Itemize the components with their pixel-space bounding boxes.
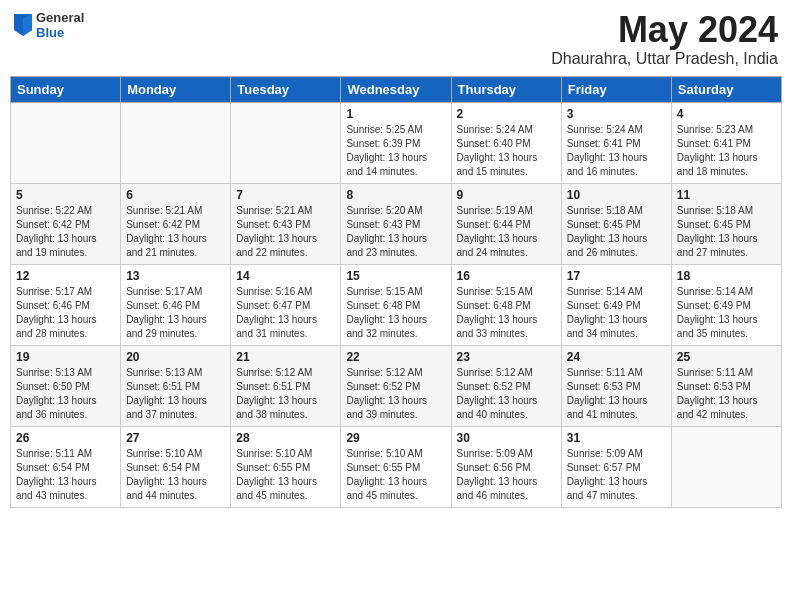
day-info: Sunrise: 5:15 AM Sunset: 6:48 PM Dayligh… bbox=[346, 285, 445, 341]
day-number: 11 bbox=[677, 188, 776, 202]
calendar-cell bbox=[121, 102, 231, 183]
month-title: May 2024 bbox=[551, 10, 778, 50]
calendar-week-row: 19Sunrise: 5:13 AM Sunset: 6:50 PM Dayli… bbox=[11, 345, 782, 426]
day-info: Sunrise: 5:14 AM Sunset: 6:49 PM Dayligh… bbox=[567, 285, 666, 341]
day-number: 4 bbox=[677, 107, 776, 121]
calendar-cell: 7Sunrise: 5:21 AM Sunset: 6:43 PM Daylig… bbox=[231, 183, 341, 264]
weekday-header-friday: Friday bbox=[561, 76, 671, 102]
calendar-cell: 8Sunrise: 5:20 AM Sunset: 6:43 PM Daylig… bbox=[341, 183, 451, 264]
calendar-cell: 9Sunrise: 5:19 AM Sunset: 6:44 PM Daylig… bbox=[451, 183, 561, 264]
day-info: Sunrise: 5:10 AM Sunset: 6:54 PM Dayligh… bbox=[126, 447, 225, 503]
day-number: 10 bbox=[567, 188, 666, 202]
day-number: 29 bbox=[346, 431, 445, 445]
weekday-header-row: SundayMondayTuesdayWednesdayThursdayFrid… bbox=[11, 76, 782, 102]
calendar-week-row: 26Sunrise: 5:11 AM Sunset: 6:54 PM Dayli… bbox=[11, 426, 782, 507]
day-info: Sunrise: 5:24 AM Sunset: 6:40 PM Dayligh… bbox=[457, 123, 556, 179]
calendar-week-row: 12Sunrise: 5:17 AM Sunset: 6:46 PM Dayli… bbox=[11, 264, 782, 345]
day-number: 19 bbox=[16, 350, 115, 364]
calendar-cell: 11Sunrise: 5:18 AM Sunset: 6:45 PM Dayli… bbox=[671, 183, 781, 264]
day-info: Sunrise: 5:11 AM Sunset: 6:54 PM Dayligh… bbox=[16, 447, 115, 503]
calendar-week-row: 5Sunrise: 5:22 AM Sunset: 6:42 PM Daylig… bbox=[11, 183, 782, 264]
day-info: Sunrise: 5:21 AM Sunset: 6:43 PM Dayligh… bbox=[236, 204, 335, 260]
day-number: 13 bbox=[126, 269, 225, 283]
day-info: Sunrise: 5:10 AM Sunset: 6:55 PM Dayligh… bbox=[236, 447, 335, 503]
day-info: Sunrise: 5:17 AM Sunset: 6:46 PM Dayligh… bbox=[126, 285, 225, 341]
location-title: Dhaurahra, Uttar Pradesh, India bbox=[551, 50, 778, 68]
day-number: 7 bbox=[236, 188, 335, 202]
day-number: 28 bbox=[236, 431, 335, 445]
calendar-cell: 3Sunrise: 5:24 AM Sunset: 6:41 PM Daylig… bbox=[561, 102, 671, 183]
calendar-cell: 24Sunrise: 5:11 AM Sunset: 6:53 PM Dayli… bbox=[561, 345, 671, 426]
day-number: 22 bbox=[346, 350, 445, 364]
day-info: Sunrise: 5:24 AM Sunset: 6:41 PM Dayligh… bbox=[567, 123, 666, 179]
weekday-header-tuesday: Tuesday bbox=[231, 76, 341, 102]
calendar-cell: 22Sunrise: 5:12 AM Sunset: 6:52 PM Dayli… bbox=[341, 345, 451, 426]
day-number: 23 bbox=[457, 350, 556, 364]
calendar-cell: 25Sunrise: 5:11 AM Sunset: 6:53 PM Dayli… bbox=[671, 345, 781, 426]
day-info: Sunrise: 5:17 AM Sunset: 6:46 PM Dayligh… bbox=[16, 285, 115, 341]
weekday-header-sunday: Sunday bbox=[11, 76, 121, 102]
logo-general: General bbox=[36, 10, 84, 25]
day-info: Sunrise: 5:09 AM Sunset: 6:56 PM Dayligh… bbox=[457, 447, 556, 503]
day-info: Sunrise: 5:12 AM Sunset: 6:51 PM Dayligh… bbox=[236, 366, 335, 422]
calendar-cell: 2Sunrise: 5:24 AM Sunset: 6:40 PM Daylig… bbox=[451, 102, 561, 183]
day-number: 26 bbox=[16, 431, 115, 445]
day-number: 30 bbox=[457, 431, 556, 445]
day-number: 21 bbox=[236, 350, 335, 364]
day-number: 27 bbox=[126, 431, 225, 445]
day-info: Sunrise: 5:25 AM Sunset: 6:39 PM Dayligh… bbox=[346, 123, 445, 179]
weekday-header-thursday: Thursday bbox=[451, 76, 561, 102]
logo-blue: Blue bbox=[36, 25, 84, 40]
title-block: May 2024 Dhaurahra, Uttar Pradesh, India bbox=[551, 10, 778, 68]
calendar-table: SundayMondayTuesdayWednesdayThursdayFrid… bbox=[10, 76, 782, 508]
day-number: 2 bbox=[457, 107, 556, 121]
day-number: 24 bbox=[567, 350, 666, 364]
day-info: Sunrise: 5:15 AM Sunset: 6:48 PM Dayligh… bbox=[457, 285, 556, 341]
day-info: Sunrise: 5:10 AM Sunset: 6:55 PM Dayligh… bbox=[346, 447, 445, 503]
day-info: Sunrise: 5:21 AM Sunset: 6:42 PM Dayligh… bbox=[126, 204, 225, 260]
day-info: Sunrise: 5:13 AM Sunset: 6:51 PM Dayligh… bbox=[126, 366, 225, 422]
day-number: 31 bbox=[567, 431, 666, 445]
day-number: 16 bbox=[457, 269, 556, 283]
calendar-cell bbox=[11, 102, 121, 183]
calendar-cell: 14Sunrise: 5:16 AM Sunset: 6:47 PM Dayli… bbox=[231, 264, 341, 345]
day-number: 20 bbox=[126, 350, 225, 364]
calendar-cell: 16Sunrise: 5:15 AM Sunset: 6:48 PM Dayli… bbox=[451, 264, 561, 345]
calendar-cell bbox=[231, 102, 341, 183]
day-info: Sunrise: 5:23 AM Sunset: 6:41 PM Dayligh… bbox=[677, 123, 776, 179]
calendar-cell: 17Sunrise: 5:14 AM Sunset: 6:49 PM Dayli… bbox=[561, 264, 671, 345]
calendar-week-row: 1Sunrise: 5:25 AM Sunset: 6:39 PM Daylig… bbox=[11, 102, 782, 183]
calendar-cell: 10Sunrise: 5:18 AM Sunset: 6:45 PM Dayli… bbox=[561, 183, 671, 264]
calendar-cell: 26Sunrise: 5:11 AM Sunset: 6:54 PM Dayli… bbox=[11, 426, 121, 507]
day-info: Sunrise: 5:16 AM Sunset: 6:47 PM Dayligh… bbox=[236, 285, 335, 341]
logo-icon bbox=[14, 14, 32, 36]
calendar-cell: 31Sunrise: 5:09 AM Sunset: 6:57 PM Dayli… bbox=[561, 426, 671, 507]
day-info: Sunrise: 5:19 AM Sunset: 6:44 PM Dayligh… bbox=[457, 204, 556, 260]
weekday-header-wednesday: Wednesday bbox=[341, 76, 451, 102]
day-number: 18 bbox=[677, 269, 776, 283]
calendar-cell: 28Sunrise: 5:10 AM Sunset: 6:55 PM Dayli… bbox=[231, 426, 341, 507]
day-info: Sunrise: 5:11 AM Sunset: 6:53 PM Dayligh… bbox=[567, 366, 666, 422]
day-number: 17 bbox=[567, 269, 666, 283]
calendar-cell: 12Sunrise: 5:17 AM Sunset: 6:46 PM Dayli… bbox=[11, 264, 121, 345]
calendar-cell: 15Sunrise: 5:15 AM Sunset: 6:48 PM Dayli… bbox=[341, 264, 451, 345]
day-number: 3 bbox=[567, 107, 666, 121]
logo-text: General Blue bbox=[36, 10, 84, 40]
day-number: 15 bbox=[346, 269, 445, 283]
calendar-cell: 5Sunrise: 5:22 AM Sunset: 6:42 PM Daylig… bbox=[11, 183, 121, 264]
calendar-cell: 18Sunrise: 5:14 AM Sunset: 6:49 PM Dayli… bbox=[671, 264, 781, 345]
day-number: 1 bbox=[346, 107, 445, 121]
day-number: 25 bbox=[677, 350, 776, 364]
day-info: Sunrise: 5:18 AM Sunset: 6:45 PM Dayligh… bbox=[677, 204, 776, 260]
day-info: Sunrise: 5:14 AM Sunset: 6:49 PM Dayligh… bbox=[677, 285, 776, 341]
logo: General Blue bbox=[14, 10, 84, 40]
page-header: General Blue May 2024 Dhaurahra, Uttar P… bbox=[10, 10, 782, 68]
day-number: 5 bbox=[16, 188, 115, 202]
calendar-cell: 6Sunrise: 5:21 AM Sunset: 6:42 PM Daylig… bbox=[121, 183, 231, 264]
calendar-cell: 23Sunrise: 5:12 AM Sunset: 6:52 PM Dayli… bbox=[451, 345, 561, 426]
calendar-cell: 4Sunrise: 5:23 AM Sunset: 6:41 PM Daylig… bbox=[671, 102, 781, 183]
day-number: 14 bbox=[236, 269, 335, 283]
calendar-cell: 13Sunrise: 5:17 AM Sunset: 6:46 PM Dayli… bbox=[121, 264, 231, 345]
calendar-cell: 21Sunrise: 5:12 AM Sunset: 6:51 PM Dayli… bbox=[231, 345, 341, 426]
day-number: 12 bbox=[16, 269, 115, 283]
